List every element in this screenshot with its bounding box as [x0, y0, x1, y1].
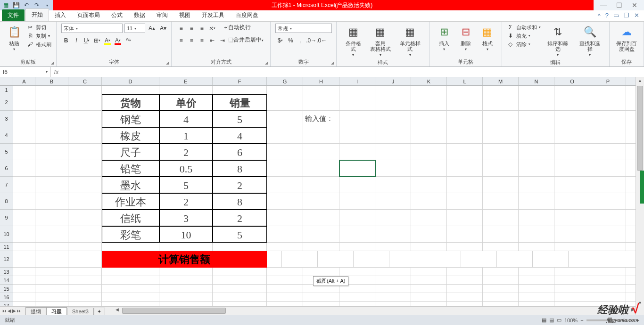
inc-decimal-button[interactable]: .0→: [306, 36, 316, 45]
cell[interactable]: [35, 210, 68, 226]
font-size-select[interactable]: 11▾: [124, 24, 145, 33]
cell[interactable]: 尺子: [102, 144, 159, 160]
align-middle-button[interactable]: ≡: [187, 24, 196, 33]
row-header-15[interactable]: 15: [0, 285, 13, 293]
vertical-scrollbar[interactable]: ▲ ▼: [636, 77, 644, 315]
cell[interactable]: [497, 251, 533, 268]
cell[interactable]: [267, 285, 303, 293]
cell[interactable]: [303, 193, 339, 210]
cell[interactable]: [411, 144, 447, 160]
cell[interactable]: 0.5: [159, 160, 213, 177]
tab-home[interactable]: 开始: [25, 8, 49, 21]
tab-data[interactable]: 数据: [128, 9, 151, 21]
cell[interactable]: [213, 276, 267, 285]
align-bottom-button[interactable]: ≡: [197, 24, 206, 33]
cell[interactable]: 货物: [102, 94, 159, 111]
cell[interactable]: [483, 160, 519, 177]
cell[interactable]: [411, 94, 447, 111]
cell[interactable]: [339, 293, 375, 302]
cell[interactable]: [554, 193, 590, 210]
cell[interactable]: [35, 251, 68, 268]
col-header-K[interactable]: K: [411, 77, 447, 85]
cell[interactable]: [267, 94, 303, 111]
cell[interactable]: [447, 127, 483, 144]
cell[interactable]: [554, 127, 590, 144]
cell[interactable]: [13, 111, 35, 127]
font-name-select[interactable]: 宋体▾: [61, 24, 123, 33]
cell[interactable]: [13, 226, 35, 243]
cell[interactable]: [590, 160, 626, 177]
row-header-4[interactable]: 4: [0, 127, 13, 144]
cell[interactable]: [35, 293, 68, 302]
cell[interactable]: [447, 193, 483, 210]
cell[interactable]: [35, 144, 68, 160]
cell[interactable]: [68, 285, 102, 293]
cell[interactable]: [102, 276, 159, 285]
cell[interactable]: [68, 160, 102, 177]
redo-icon[interactable]: ↷: [33, 1, 41, 9]
cell[interactable]: [303, 210, 339, 226]
cell[interactable]: 2: [213, 210, 267, 226]
bold-button[interactable]: B: [61, 36, 71, 45]
hscroll-thumb[interactable]: [122, 308, 226, 314]
cell[interactable]: [303, 177, 339, 193]
cell[interactable]: [554, 276, 590, 285]
last-sheet-icon[interactable]: ⏭: [17, 308, 22, 313]
col-header-B[interactable]: B: [35, 77, 68, 85]
cell[interactable]: [339, 177, 375, 193]
cell[interactable]: [411, 86, 447, 94]
cell[interactable]: [519, 86, 554, 94]
cell[interactable]: [590, 86, 626, 94]
tab-dev[interactable]: 开发工具: [196, 9, 230, 21]
cell[interactable]: [447, 268, 483, 276]
cell[interactable]: 5: [159, 177, 213, 193]
autosum-button[interactable]: Σ自动求和▾: [507, 24, 541, 31]
cell[interactable]: [519, 193, 554, 210]
align-top-button[interactable]: ≡: [176, 24, 186, 33]
ribbon-opts-icon[interactable]: ▭: [613, 12, 619, 20]
cell[interactable]: [13, 127, 35, 144]
view-layout-icon[interactable]: ▤: [549, 317, 554, 323]
cell[interactable]: 销量: [213, 94, 267, 111]
cell[interactable]: [375, 243, 411, 251]
cell[interactable]: [68, 94, 102, 111]
tab-file[interactable]: 文件: [2, 9, 25, 21]
row-headers[interactable]: 12345678910111213141516171819: [0, 86, 13, 315]
cell[interactable]: [68, 243, 102, 251]
cell[interactable]: [375, 226, 411, 243]
cell[interactable]: [13, 144, 35, 160]
cell[interactable]: [35, 160, 68, 177]
tab-insert[interactable]: 插入: [49, 9, 72, 21]
col-header-G[interactable]: G: [267, 77, 303, 85]
tab-baidu[interactable]: 百度网盘: [230, 9, 264, 21]
cell[interactable]: [483, 86, 519, 94]
delete-cell-button[interactable]: ⊟删除▾: [456, 24, 475, 52]
row-header-7[interactable]: 7: [0, 177, 13, 193]
cell[interactable]: [267, 276, 303, 285]
row-header-1[interactable]: 1: [0, 86, 13, 94]
cell[interactable]: [339, 127, 375, 144]
cell[interactable]: [303, 268, 339, 276]
row-header-13[interactable]: 13: [0, 268, 13, 276]
cell-area[interactable]: 货物单价销量钢笔45输入值：橡皮14尺子26铅笔0.58墨水52作业本28信纸3…: [13, 86, 636, 306]
cell[interactable]: [590, 210, 626, 226]
cell[interactable]: [339, 160, 375, 177]
cell[interactable]: [35, 177, 68, 193]
dialog-launcher-icon[interactable]: ◢: [51, 60, 54, 65]
cell[interactable]: 10: [159, 226, 213, 243]
cell[interactable]: [483, 193, 519, 210]
col-header-P[interactable]: P: [590, 77, 626, 85]
comma-button[interactable]: ,: [296, 36, 305, 45]
cell[interactable]: [375, 177, 411, 193]
cell[interactable]: 2: [213, 177, 267, 193]
cell[interactable]: [339, 144, 375, 160]
tab-view[interactable]: 视图: [173, 9, 196, 21]
cell[interactable]: [375, 193, 411, 210]
cell[interactable]: [554, 160, 590, 177]
close-button[interactable]: ✕: [632, 1, 637, 9]
cell[interactable]: [375, 276, 411, 285]
clear-button[interactable]: ◇清除▾: [507, 41, 541, 48]
fx-icon[interactable]: fx: [51, 67, 62, 77]
cell[interactable]: [554, 285, 590, 293]
cell[interactable]: [303, 226, 339, 243]
